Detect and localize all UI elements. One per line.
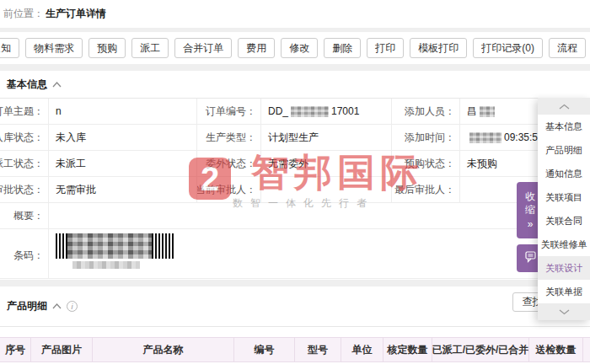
redacted-text — [480, 106, 495, 117]
approval-status-label: 审批状态： — [0, 177, 48, 203]
order-subject-value: n — [48, 99, 196, 125]
basic-info-grid: 订单主题： n 订单编号： DD_17001 添加人员： 昌 入库状态： 未入库… — [0, 99, 590, 279]
toolbar-button-delete[interactable]: 删除 — [324, 38, 361, 58]
th-approved-qty: 核定数量 — [384, 338, 432, 361]
panel-item-related-project[interactable]: 关联项目 — [538, 185, 590, 209]
th-unit: 单位 — [341, 338, 384, 361]
toolbar-button-merge-order[interactable]: 合并订单 — [174, 38, 232, 58]
order-subject-label: 订单主题： — [0, 99, 48, 125]
added-by-label: 添加人员： — [391, 99, 459, 125]
toolbar-button-material-demand[interactable]: 物料需求 — [25, 38, 83, 58]
product-detail-header: 产品明细 i — [0, 286, 590, 327]
toolbar-button-prepurchase[interactable]: 预购 — [88, 38, 126, 58]
toolbar-button-print[interactable]: 打印 — [367, 38, 404, 58]
toolbar-button-template-print[interactable]: 模板打印 — [410, 38, 467, 58]
barcode-bars-right — [152, 233, 174, 259]
production-order-detail-page: 前位置： 生产订单详情 通知 物料需求 预购 派工 合并订单 费用 修改 删除 … — [0, 0, 590, 364]
info-icon[interactable]: i — [67, 301, 78, 312]
chat-icon — [523, 251, 537, 265]
toolbar-button-flow[interactable]: 流程 — [549, 38, 586, 58]
chevron-up-icon — [559, 100, 570, 112]
order-no-value: DD_17001 — [260, 99, 391, 125]
panel-item-related-documents[interactable]: 关联单据 — [538, 280, 590, 303]
th-inspection-qty: 送检数量 — [529, 338, 583, 361]
redacted-text — [291, 106, 329, 117]
panel-item-related-repair-order[interactable]: 关联维修单 — [538, 233, 590, 256]
dispatch-status-label: 派工状态： — [0, 151, 48, 177]
action-toolbar: 通知 物料需求 预购 派工 合并订单 费用 修改 删除 打印 模板打印 打印记录… — [0, 32, 590, 64]
order-no-suffix: 17001 — [331, 105, 359, 117]
storage-status-label: 入库状态： — [0, 125, 48, 151]
collapse-product-detail-icon[interactable] — [52, 303, 62, 309]
anchor-menu-scroll-up[interactable] — [538, 98, 590, 115]
production-type-value: 计划型生产 — [260, 125, 391, 151]
toolbar-button-dispatch[interactable]: 派工 — [131, 38, 169, 58]
chevron-right-icon: » — [528, 218, 534, 230]
collapse-basic-info-icon[interactable] — [52, 82, 62, 88]
storage-status-value: 未入库 — [48, 125, 196, 151]
collapse-panel-label: 收缩 — [525, 190, 536, 217]
th-product-name: 产品名称 — [93, 338, 234, 361]
th-model: 型号 — [295, 338, 341, 361]
order-no-label: 订单编号： — [196, 99, 260, 125]
panel-item-notice-info[interactable]: 通知信息 — [538, 162, 590, 185]
breadcrumb: 前位置： 生产订单详情 — [0, 0, 590, 28]
redacted-text — [469, 132, 502, 143]
current-approver-label: 当前审批人： — [196, 177, 260, 203]
basic-info-title: 基本信息 — [7, 78, 47, 92]
anchor-menu-scroll-down[interactable] — [538, 303, 590, 320]
chevron-down-icon — [559, 306, 570, 318]
order-no-prefix: DD_ — [268, 105, 288, 117]
prepurchase-status-label: 预购状态： — [391, 151, 459, 177]
added-by-text: 昌 — [467, 104, 477, 119]
th-dispatched-outsourced-merged-qty: 已派工/已委外/已合并 — [432, 338, 529, 361]
production-type-label: 生产类型： — [196, 125, 260, 151]
barcode-label: 条码： — [0, 229, 48, 279]
barcode-cell — [48, 229, 590, 279]
current-approver-value — [260, 177, 391, 203]
approval-status-value: 无需审批 — [48, 177, 196, 203]
th-code: 编号 — [234, 338, 295, 361]
toolbar-button-modify[interactable]: 修改 — [281, 38, 318, 58]
barcode-image — [56, 233, 590, 259]
added-time-label: 添加时间： — [391, 125, 459, 151]
barcode-bars-left — [56, 233, 67, 259]
panel-item-product-detail[interactable]: 产品明细 — [538, 138, 590, 162]
basic-info-section: 基本信息 订单主题： n 订单编号： DD_17001 添加人员： 昌 入库状态… — [0, 71, 590, 280]
breadcrumb-prefix: 前位置： — [3, 7, 44, 21]
basic-info-header: 基本信息 — [0, 71, 590, 99]
outsource-status-label: 委外状态： — [196, 151, 260, 177]
last-approver-label: 最后审批人： — [391, 177, 459, 203]
toolbar-button-cost[interactable]: 费用 — [238, 38, 275, 58]
redacted-barcode-text — [72, 261, 140, 269]
panel-item-basic-info[interactable]: 基本信息 — [538, 115, 590, 138]
panel-item-related-contract[interactable]: 关联合同 — [538, 209, 590, 233]
th-clipped-column — [583, 338, 590, 361]
th-product-image: 产品图片 — [31, 338, 93, 361]
redacted-barcode — [67, 233, 152, 259]
product-table-header: 序号 产品图片 产品名称 编号 型号 单位 核定数量 已派工/已委外/已合并 送… — [0, 337, 590, 362]
toolbar-button-print-records[interactable]: 打印记录(0) — [473, 38, 543, 58]
th-seq: 序号 — [0, 338, 31, 361]
summary-label: 概要： — [0, 203, 48, 229]
anchor-menu-panel: 基本信息 产品明细 通知信息 关联项目 关联合同 关联维修单 关联设计 关联单据 — [538, 98, 590, 320]
page-title: 生产订单详情 — [46, 7, 106, 21]
toolbar-button-notify[interactable]: 通知 — [0, 38, 19, 58]
summary-value — [48, 203, 590, 229]
added-time-text: 09:35:5 — [504, 131, 538, 143]
panel-item-related-design[interactable]: 关联设计 — [538, 256, 590, 280]
product-detail-title: 产品明细 — [7, 299, 47, 313]
dispatch-status-value: 未派工 — [48, 151, 196, 177]
outsource-status-value: 无需委外 — [260, 151, 391, 177]
